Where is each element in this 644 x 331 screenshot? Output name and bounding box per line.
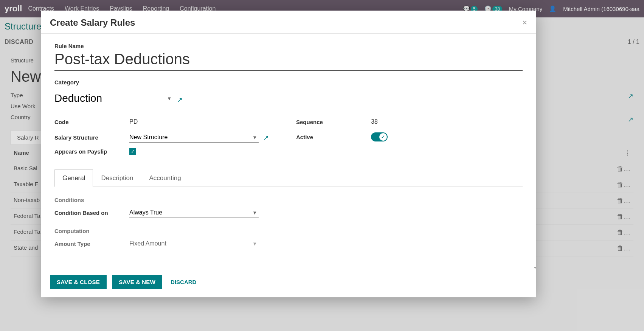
chevron-down-icon: ▼ bbox=[252, 241, 257, 247]
salary-structure-select[interactable]: ▼ bbox=[129, 132, 259, 143]
amount-type-select[interactable]: ▼ bbox=[129, 239, 259, 249]
salary-structure-label: Salary Structure bbox=[54, 134, 129, 141]
rule-name-label: Rule Name bbox=[54, 43, 523, 49]
appears-on-payslip-label: Appears on Payslip bbox=[54, 148, 129, 155]
chevron-down-icon: ▼ bbox=[167, 96, 172, 101]
tab-description[interactable]: Description bbox=[93, 169, 141, 187]
conditions-heading: Conditions bbox=[54, 197, 523, 203]
active-toggle[interactable] bbox=[371, 132, 388, 141]
amount-type-label: Amount Type bbox=[54, 241, 129, 247]
chevron-down-icon: ▼ bbox=[252, 135, 257, 140]
close-icon[interactable]: × bbox=[522, 18, 527, 28]
tab-general[interactable]: General bbox=[54, 169, 93, 187]
computation-heading: Computation bbox=[54, 228, 523, 234]
sequence-label: Sequence bbox=[296, 119, 371, 125]
code-input[interactable] bbox=[129, 117, 281, 127]
create-salary-rule-modal: Create Salary Rules × ▲ ▼ Rule Name Cate… bbox=[41, 11, 536, 297]
external-link-icon[interactable]: ↗ bbox=[177, 96, 183, 104]
chevron-down-icon: ▼ bbox=[252, 210, 257, 216]
appears-on-payslip-checkbox[interactable]: ✓ bbox=[129, 148, 136, 155]
condition-based-label: Condition Based on bbox=[54, 210, 129, 216]
scroll-down-icon[interactable]: ▼ bbox=[533, 266, 536, 269]
detail-tabs: General Description Accounting bbox=[54, 169, 523, 187]
tab-accounting[interactable]: Accounting bbox=[141, 169, 189, 187]
modal-title: Create Salary Rules bbox=[50, 17, 135, 28]
active-label: Active bbox=[296, 134, 371, 140]
category-label: Category bbox=[54, 79, 523, 85]
external-link-icon[interactable]: ↗ bbox=[263, 134, 269, 142]
save-close-button[interactable]: SAVE & CLOSE bbox=[50, 275, 107, 289]
discard-button[interactable]: DISCARD bbox=[168, 275, 199, 289]
category-select[interactable]: Deduction ▼ bbox=[54, 92, 172, 106]
save-new-button[interactable]: SAVE & NEW bbox=[112, 275, 162, 289]
rule-name-input[interactable] bbox=[54, 50, 523, 71]
condition-based-select[interactable]: ▼ bbox=[129, 208, 259, 218]
code-label: Code bbox=[54, 119, 129, 125]
sequence-input[interactable] bbox=[371, 117, 523, 127]
